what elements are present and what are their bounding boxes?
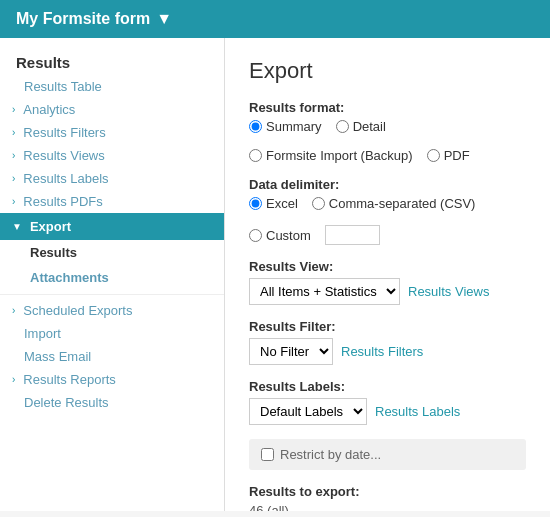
restrict-by-date-box[interactable]: Restrict by date... xyxy=(249,439,526,470)
delimiter-custom-label: Custom xyxy=(266,228,311,243)
subitem-attachments-label: Attachments xyxy=(30,270,109,285)
data-delimiter-options: Excel Comma-separated (CSV) Custom xyxy=(249,196,526,245)
delete-results-label: Delete Results xyxy=(24,395,109,410)
format-detail-radio[interactable] xyxy=(336,120,349,133)
analytics-arrow-icon: › xyxy=(12,104,15,115)
results-view-section: Results View: All Items + Statistics Res… xyxy=(249,259,526,305)
results-filter-label: Results Filter: xyxy=(249,319,526,334)
sidebar-item-results-labels[interactable]: › Results Labels xyxy=(0,167,224,190)
sidebar-divider xyxy=(0,294,224,295)
format-formsite-radio[interactable] xyxy=(249,149,262,162)
delimiter-csv[interactable]: Comma-separated (CSV) xyxy=(312,196,476,211)
results-pdfs-arrow-icon: › xyxy=(12,196,15,207)
results-table-label: Results Table xyxy=(24,79,102,94)
results-labels-label: Results Labels: xyxy=(249,379,526,394)
delimiter-csv-label: Comma-separated (CSV) xyxy=(329,196,476,211)
mass-email-label: Mass Email xyxy=(24,349,91,364)
main-content: Export Results format: Summary Detail Fo… xyxy=(225,38,550,511)
format-pdf-radio[interactable] xyxy=(427,149,440,162)
format-detail-label: Detail xyxy=(353,119,386,134)
app-header: My Formsite form ▼ xyxy=(0,0,550,38)
sidebar-item-results-views[interactable]: › Results Views xyxy=(0,144,224,167)
results-to-export-value: 46 (all) xyxy=(249,503,526,511)
results-format-label: Results format: xyxy=(249,100,526,115)
export-arrow-icon: ▼ xyxy=(12,221,22,232)
results-views-arrow-icon: › xyxy=(12,150,15,161)
results-filters-arrow-icon: › xyxy=(12,127,15,138)
sidebar-item-results-pdfs[interactable]: › Results PDFs xyxy=(0,190,224,213)
results-labels-arrow-icon: › xyxy=(12,173,15,184)
results-labels-link[interactable]: Results Labels xyxy=(375,404,460,419)
import-label: Import xyxy=(24,326,61,341)
page-title: Export xyxy=(249,58,526,84)
data-delimiter-section: Data delimiter: Excel Comma-separated (C… xyxy=(249,177,526,245)
restrict-date-checkbox[interactable] xyxy=(261,448,274,461)
delimiter-custom-radio[interactable] xyxy=(249,229,262,242)
results-views-link[interactable]: Results Views xyxy=(408,284,489,299)
sidebar-item-delete-results[interactable]: Delete Results xyxy=(0,391,224,414)
results-to-export-section: Results to export: 46 (all) xyxy=(249,484,526,511)
export-label: Export xyxy=(30,219,71,234)
sidebar-item-results-table[interactable]: Results Table xyxy=(0,75,224,98)
sidebar-item-results-filters[interactable]: › Results Filters xyxy=(0,121,224,144)
restrict-date-label: Restrict by date... xyxy=(280,447,381,462)
format-detail[interactable]: Detail xyxy=(336,119,386,134)
sidebar-item-mass-email[interactable]: Mass Email xyxy=(0,345,224,368)
results-filters-link[interactable]: Results Filters xyxy=(341,344,423,359)
sidebar-item-results-reports[interactable]: › Results Reports xyxy=(0,368,224,391)
delimiter-excel[interactable]: Excel xyxy=(249,196,298,211)
results-view-label: Results View: xyxy=(249,259,526,274)
delimiter-custom[interactable]: Custom xyxy=(249,228,311,243)
format-pdf[interactable]: PDF xyxy=(427,148,470,163)
results-to-export-label: Results to export: xyxy=(249,484,526,499)
delimiter-csv-radio[interactable] xyxy=(312,197,325,210)
results-view-select[interactable]: All Items + Statistics xyxy=(249,278,400,305)
sidebar-item-import[interactable]: Import xyxy=(0,322,224,345)
results-filter-section: Results Filter: No Filter Results Filter… xyxy=(249,319,526,365)
format-formsite-import[interactable]: Formsite Import (Backup) xyxy=(249,148,413,163)
results-labels-section: Results Labels: Default Labels Results L… xyxy=(249,379,526,425)
format-summary[interactable]: Summary xyxy=(249,119,322,134)
sidebar-item-scheduled-exports[interactable]: › Scheduled Exports xyxy=(0,299,224,322)
results-view-row: All Items + Statistics Results Views xyxy=(249,278,526,305)
results-labels-row: Default Labels Results Labels xyxy=(249,398,526,425)
format-summary-label: Summary xyxy=(266,119,322,134)
sidebar: Results Results Table › Analytics › Resu… xyxy=(0,38,225,511)
sidebar-item-export[interactable]: ▼ Export xyxy=(0,213,224,240)
scheduled-exports-label: Scheduled Exports xyxy=(23,303,132,318)
format-summary-radio[interactable] xyxy=(249,120,262,133)
sidebar-subitem-attachments[interactable]: Attachments xyxy=(0,265,224,290)
format-formsite-label: Formsite Import (Backup) xyxy=(266,148,413,163)
results-pdfs-label: Results PDFs xyxy=(23,194,102,209)
subitem-results-label: Results xyxy=(30,245,77,260)
results-filters-label: Results Filters xyxy=(23,125,105,140)
results-reports-label: Results Reports xyxy=(23,372,115,387)
sidebar-section-title: Results xyxy=(0,48,224,75)
sidebar-item-analytics[interactable]: › Analytics xyxy=(0,98,224,121)
sidebar-subitem-results[interactable]: Results xyxy=(0,240,224,265)
results-labels-label: Results Labels xyxy=(23,171,108,186)
results-count: 46 (all) xyxy=(249,503,289,511)
header-title: My Formsite form xyxy=(16,10,150,28)
header-arrow[interactable]: ▼ xyxy=(156,10,172,28)
results-format-section: Results format: Summary Detail Formsite … xyxy=(249,100,526,163)
delimiter-excel-label: Excel xyxy=(266,196,298,211)
custom-delimiter-input[interactable] xyxy=(325,225,380,245)
data-delimiter-label: Data delimiter: xyxy=(249,177,526,192)
results-filter-row: No Filter Results Filters xyxy=(249,338,526,365)
results-reports-arrow-icon: › xyxy=(12,374,15,385)
results-filter-select[interactable]: No Filter xyxy=(249,338,333,365)
results-views-label: Results Views xyxy=(23,148,104,163)
scheduled-exports-arrow-icon: › xyxy=(12,305,15,316)
restrict-date-section: Restrict by date... xyxy=(249,439,526,470)
analytics-label: Analytics xyxy=(23,102,75,117)
results-labels-select[interactable]: Default Labels xyxy=(249,398,367,425)
results-format-options: Summary Detail Formsite Import (Backup) … xyxy=(249,119,526,163)
delimiter-excel-radio[interactable] xyxy=(249,197,262,210)
format-pdf-label: PDF xyxy=(444,148,470,163)
